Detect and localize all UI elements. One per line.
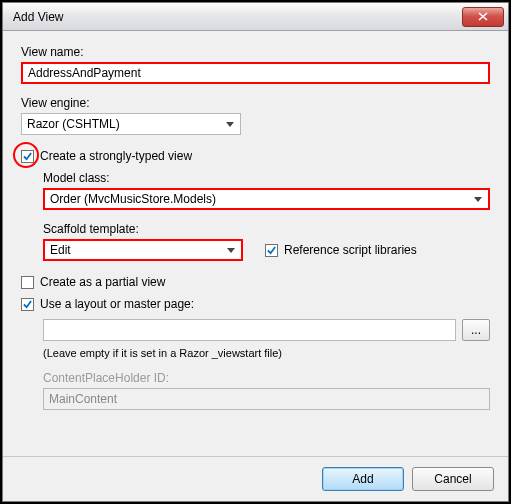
layout-hint: (Leave empty if it is set in a Razor _vi… xyxy=(43,347,490,359)
add-view-dialog: Add View View name: View engine: Razor (… xyxy=(2,2,509,502)
titlebar: Add View xyxy=(3,3,508,31)
dialog-content: View name: View engine: Razor (CSHTML) C… xyxy=(3,31,508,456)
model-class-dropdown[interactable]: Order (MvcMusicStore.Models) xyxy=(43,188,490,210)
close-icon xyxy=(478,12,488,21)
view-name-label: View name: xyxy=(21,45,490,59)
cancel-button[interactable]: Cancel xyxy=(412,467,494,491)
close-button[interactable] xyxy=(462,7,504,27)
cph-label: ContentPlaceHolder ID: xyxy=(43,371,490,385)
use-layout-checkbox[interactable] xyxy=(21,298,34,311)
add-button[interactable]: Add xyxy=(322,467,404,491)
strongly-typed-label: Create a strongly-typed view xyxy=(40,149,192,163)
view-name-input[interactable] xyxy=(21,62,490,84)
view-engine-label: View engine: xyxy=(21,96,490,110)
scaffold-label: Scaffold template: xyxy=(43,222,490,236)
reference-scripts-label: Reference script libraries xyxy=(284,243,417,257)
scaffold-dropdown[interactable]: Edit xyxy=(43,239,243,261)
view-engine-value: Razor (CSHTML) xyxy=(27,117,120,131)
model-class-label: Model class: xyxy=(43,171,490,185)
strongly-typed-checkbox[interactable] xyxy=(21,150,34,163)
partial-view-label: Create as a partial view xyxy=(40,275,165,289)
reference-scripts-checkbox[interactable] xyxy=(265,244,278,257)
scaffold-value: Edit xyxy=(50,243,71,257)
dialog-footer: Add Cancel xyxy=(3,456,508,501)
browse-layout-button[interactable]: ... xyxy=(462,319,490,341)
model-class-value: Order (MvcMusicStore.Models) xyxy=(50,192,216,206)
view-engine-dropdown[interactable]: Razor (CSHTML) xyxy=(21,113,241,135)
window-title: Add View xyxy=(13,10,462,24)
layout-path-input[interactable] xyxy=(43,319,456,341)
cph-input xyxy=(43,388,490,410)
partial-view-checkbox[interactable] xyxy=(21,276,34,289)
use-layout-label: Use a layout or master page: xyxy=(40,297,194,311)
